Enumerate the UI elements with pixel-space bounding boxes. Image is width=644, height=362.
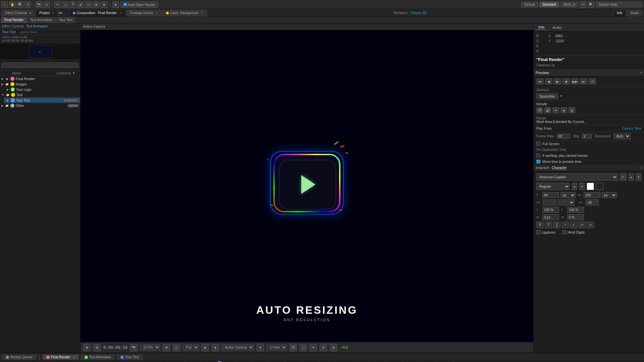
style-up-btn[interactable]: ▲ — [572, 183, 577, 190]
info-tab[interactable]: Info — [536, 25, 547, 30]
text-anim-tab[interactable]: Text Animation — [81, 355, 115, 360]
font-edit-btn[interactable]: ✏ — [620, 173, 627, 181]
pen-btn[interactable]: ✏ — [54, 1, 61, 8]
toggle-grid-btn[interactable]: ⊞ — [93, 344, 101, 351]
text-btn[interactable]: T — [70, 1, 76, 8]
tab-composition[interactable]: Composition Final Render ✕ — [69, 10, 126, 16]
style-down-btn[interactable]: ▼ — [579, 183, 585, 190]
fill-color-swatch[interactable] — [587, 183, 594, 190]
frame-rate-input[interactable] — [557, 134, 570, 139]
eraser-btn[interactable]: ◈ — [93, 1, 100, 8]
default-workspace-btn[interactable]: Default — [521, 2, 538, 7]
snapshot-btn[interactable]: 📷 — [130, 344, 138, 351]
footage-tab-close[interactable]: ✕ — [156, 11, 158, 14]
underline-btn[interactable]: T — [553, 222, 560, 228]
sub-tab-text-animation[interactable]: Text Animation — [27, 17, 55, 23]
shape-btn[interactable]: ◻ — [62, 1, 69, 8]
kerning-input[interactable] — [543, 199, 556, 205]
font-down-btn[interactable]: ▼ — [636, 173, 641, 181]
superscript-btn[interactable]: T — [561, 222, 569, 228]
loop-btn[interactable]: ↺ — [589, 78, 596, 84]
layer-tab-close[interactable]: ✕ — [201, 11, 203, 14]
expand-workspace-btn[interactable]: >> — [580, 1, 586, 8]
list-item-final-render[interactable]: ▶ ▣ Final Render — [0, 76, 80, 81]
font-dropdown[interactable]: American Captain — [536, 173, 618, 181]
play-btn[interactable]: ▶ — [554, 78, 561, 84]
clone-btn[interactable]: ⬡ — [85, 1, 92, 8]
vscale-input[interactable] — [567, 207, 584, 213]
search-help-input[interactable] — [596, 2, 643, 7]
bold-btn[interactable]: T — [536, 222, 544, 228]
puppet-btn[interactable]: ⊕ — [101, 1, 107, 8]
quality-select[interactable]: Full Half — [183, 345, 199, 350]
include-audio-btn[interactable]: 🔊 — [544, 107, 551, 113]
fr-tab-close[interactable]: ✕ — [73, 356, 75, 359]
settings-btn[interactable]: ⚙ — [320, 344, 327, 351]
sub-tab-your-text[interactable]: Your Text — [56, 17, 75, 23]
transform-btn[interactable]: ⊕ — [330, 344, 337, 351]
baseline-input[interactable] — [585, 199, 599, 205]
next-frame-btn[interactable]: ▶▶ — [571, 78, 579, 84]
audio-tab[interactable]: Audio — [550, 25, 565, 30]
small-caps-btn[interactable]: Tt — [587, 222, 594, 228]
brush-btn[interactable]: 🖌 — [77, 1, 84, 8]
star-btn[interactable]: ✦ — [310, 344, 317, 351]
zoom-select[interactable]: 23.5% 50% 100% — [140, 345, 160, 350]
auto-open-panels-label[interactable]: Auto-Open Panels — [120, 2, 158, 8]
tracking-input[interactable] — [584, 192, 600, 198]
tsume-pct-input[interactable] — [567, 214, 584, 220]
camera-select[interactable]: Active Camera — [222, 345, 254, 350]
size-unit[interactable]: px — [560, 192, 576, 198]
final-render-tab[interactable]: Final Render ✕ — [43, 355, 79, 360]
fullscreen-checkbox[interactable] — [536, 142, 540, 146]
auto-open-checkbox[interactable] — [123, 3, 127, 6]
panel-expand[interactable]: ≫ — [58, 11, 68, 15]
hand-btn[interactable]: ✋ — [9, 1, 16, 8]
tab-layer[interactable]: Layer: Background ✕ — [162, 10, 207, 16]
standard-workspace-btn[interactable]: Standard — [539, 2, 559, 7]
stop-btn[interactable]: ■ — [562, 78, 570, 84]
home-btn[interactable]: ⌂ — [1, 1, 8, 8]
tab-info[interactable]: Info — [613, 10, 626, 16]
character-tab[interactable]: Character — [552, 166, 567, 170]
kerning-select[interactable] — [558, 199, 575, 205]
box-btn[interactable]: ◻ — [300, 344, 307, 351]
composition-tab-close[interactable]: ✕ — [120, 11, 122, 14]
tab-footage[interactable]: Footage (none) ✕ — [126, 10, 162, 16]
subscript-btn[interactable]: T — [570, 222, 577, 228]
tab-project[interactable]: Project ≡ — [36, 10, 57, 16]
include-video-btn[interactable]: 🎬 — [536, 107, 543, 113]
caps-btn[interactable]: TT — [578, 222, 586, 228]
list-item-text[interactable]: ▼ 📁 Text — [0, 92, 80, 98]
caching-checkbox[interactable] — [536, 154, 540, 158]
toggle-alpha-btn[interactable]: ◈ — [83, 344, 91, 351]
include-overrides-btn[interactable]: ◈ — [560, 107, 567, 113]
include-effects-btn[interactable]: ✦ — [552, 107, 559, 113]
view-select[interactable]: 1 View — [267, 345, 287, 350]
hscale-input[interactable] — [542, 207, 559, 213]
paragraph-tab[interactable]: aragraph — [536, 166, 549, 170]
char-options[interactable]: ≡ — [640, 166, 642, 170]
ligatures-checkbox[interactable] — [536, 230, 540, 234]
last-frame-btn[interactable]: ⏭ — [580, 78, 587, 84]
works-workspace-btn[interactable]: Work_S — [560, 2, 578, 7]
your-text-tab[interactable]: Your Text — [117, 355, 143, 360]
fit-btn[interactable]: ⊞ — [163, 344, 170, 351]
tsume-input[interactable] — [542, 214, 559, 220]
list-item-your-text[interactable]: ◈ Your Text 0 expressi — [4, 98, 80, 103]
camera-btn[interactable]: 📷 — [36, 1, 42, 8]
tab-effect-controls[interactable]: Effect Controls ■ — [1, 10, 35, 16]
include-guides-btn[interactable]: ⊞ — [569, 107, 575, 113]
safe-btn[interactable]: ◫ — [173, 344, 180, 351]
preview-options[interactable]: ≡ — [640, 71, 642, 74]
tab-audio[interactable]: Audio — [627, 10, 643, 16]
render-queue-tab[interactable]: Render Queue — [2, 355, 36, 360]
stroke-color-swatch[interactable] — [596, 183, 603, 190]
list-item-other[interactable]: ▶ 📁 Other Ignore — [0, 103, 80, 108]
prev-frame-btn[interactable]: ◀ — [545, 78, 552, 84]
zoom-tool[interactable]: 🔍 — [17, 1, 23, 8]
rotate-btn[interactable]: ↺ — [24, 1, 31, 8]
snap-btn[interactable]: ◈ — [112, 1, 119, 8]
resolution-select[interactable]: Auto Full Half — [613, 133, 631, 139]
move-time-checkbox[interactable]: ✓ — [536, 160, 540, 164]
